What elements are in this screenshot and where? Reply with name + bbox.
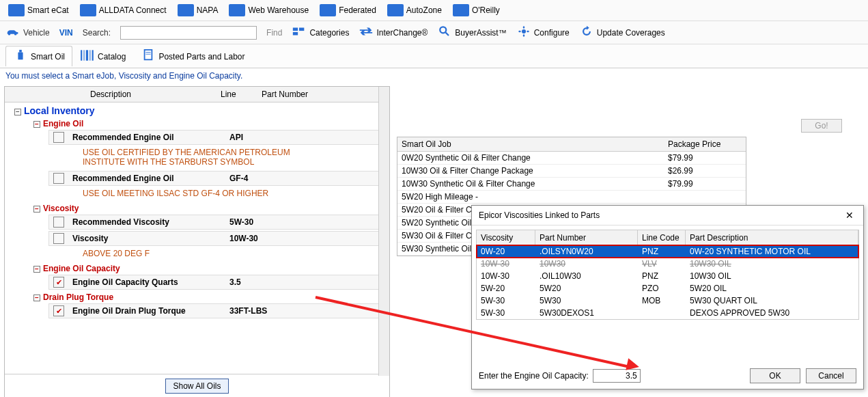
viscosity-row[interactable]: 5W-305W30MOB5W30 QUART OIL [477,295,858,307]
vehicle-label[interactable]: Vehicle [23,28,50,38]
svg-rect-2 [178,4,194,16]
alldata-icon [80,4,96,16]
update-coverages-button[interactable]: Update Coverages [579,25,665,40]
checkbox[interactable] [53,277,64,288]
gear-icon [516,25,531,40]
package-row[interactable]: 10W30 Synthetic Oil & Filter Change$79.9… [397,178,746,191]
spec-value: 3.5 [225,276,245,288]
spec-row[interactable]: Engine Oil Drain Plug Torque33FT-LBS [48,303,388,318]
vendor-link-alldata-connect[interactable]: ALLDATA Connect [77,3,169,18]
svg-rect-7 [293,28,298,31]
svg-rect-19 [92,50,94,60]
search-input[interactable] [120,26,257,40]
spec-note: USE OIL MEETING ILSAC STD GF-4 OR HIGHER [14,187,301,201]
cancel-button[interactable]: Cancel [806,368,856,383]
checkbox[interactable] [53,173,64,184]
oreilly-icon [453,4,469,16]
spec-value: 33FT-LBS [225,305,271,317]
collapse-icon[interactable]: − [33,121,40,128]
spec-row[interactable]: Viscosity10W-30 [48,231,388,246]
group-engine-oil: Engine Oil [43,119,83,128]
main-tabs: Smart Oil Catalog Posted Parts and Labor [0,44,868,68]
viscosity-row[interactable]: 10W-30.OIL10W30PNZ10W30 OIL [477,270,858,282]
package-row[interactable]: 10W30 Oil & Filter Change Package$26.99 [397,165,746,178]
spec-row[interactable]: Recommended Engine OilAPI [48,130,388,145]
local-inventory-header: Local Inventory [24,105,94,116]
cat-icon [8,4,25,16]
svg-rect-20 [145,50,152,59]
dialog-grid-headers: Viscosity Part Number Line Code Part Des… [477,230,858,245]
svg-line-11 [446,33,449,36]
tab-catalog[interactable]: Catalog [72,46,133,66]
instruction-text: You must select a Smart eJob, Viscosity … [0,68,868,83]
package-row[interactable]: 5W20 High Mileage - [397,191,746,204]
categories-button[interactable]: Categories [292,25,349,40]
spec-description: Engine Oil Capacity Quarts [68,276,225,288]
configure-button[interactable]: Configure [516,25,570,40]
collapse-icon[interactable]: − [33,266,40,273]
ok-button[interactable]: OK [750,368,800,383]
go-button[interactable]: Go! [801,119,842,133]
show-all-oils-button[interactable]: Show All Oils [165,379,228,394]
capacity-input[interactable] [593,369,641,383]
vendor-link-autozone[interactable]: AutoZone [384,3,445,18]
spec-description: Viscosity [68,232,225,245]
collapse-icon[interactable]: − [14,109,21,115]
checkbox[interactable] [53,132,64,143]
viscosity-row[interactable]: 10W-3010W30VLV10W30 OIL [477,258,858,270]
group-drain-plug-torque: Drain Plug Torque [43,292,113,302]
find-link[interactable]: Find [266,28,282,38]
swap-icon [359,25,374,40]
svg-rect-0 [8,4,25,16]
viscosity-row[interactable]: 0W-20.OILSYN0W20PNZ0W-20 SYNTHETIC MOTOR… [477,245,858,258]
group-engine-oil-capacity: Engine Oil Capacity [43,264,120,273]
interchange-button[interactable]: InterChange® [359,25,428,40]
vendor-link-o-reilly[interactable]: O'Reilly [450,3,503,18]
left-column-headers: Description Line Part Number [5,87,389,102]
warehouse-icon [229,4,245,16]
vendor-link-federated[interactable]: Federated [317,3,379,18]
buyerassist-button[interactable]: BuyerAssist™ [437,25,506,40]
svg-rect-16 [84,50,85,60]
checkbox[interactable] [53,305,64,316]
search-label: Search: [83,28,111,38]
document-icon [141,49,156,64]
svg-rect-17 [86,50,88,60]
scrollbar-vertical[interactable] [378,87,389,376]
capacity-label: Enter the Engine Oil Capacity: [479,371,589,381]
viscosity-row[interactable]: 5W-305W30DEXOS1DEXOS APPROVED 5W30 [477,307,858,319]
spec-value: 10W-30 [225,232,262,245]
vin-label[interactable]: VIN [59,28,73,38]
vendor-link-smart-ecat[interactable]: Smart eCat [5,3,72,18]
vendor-link-napa[interactable]: NAPA [175,3,221,18]
checkbox[interactable] [53,233,64,244]
svg-rect-14 [19,50,22,53]
tab-posted[interactable]: Posted Parts and Labor [133,46,252,66]
viscosity-row[interactable]: 5W-205W20PZO5W20 OIL [477,282,858,295]
spec-value: API [225,131,247,143]
car-icon [5,25,20,40]
checkbox[interactable] [53,217,64,228]
package-row[interactable]: 0W20 Synthetic Oil & Filter Change$79.99 [397,152,746,165]
svg-rect-3 [229,4,245,16]
collapse-icon[interactable]: − [33,295,40,301]
refresh-icon [579,25,594,40]
spec-description: Recommended Engine Oil [68,131,225,143]
close-icon[interactable]: ✕ [843,210,856,221]
autozone-icon [387,4,404,16]
group-viscosity: Viscosity [43,204,79,213]
collapse-icon[interactable]: − [33,206,40,213]
spec-note: ABOVE 20 DEG F [14,247,301,261]
spec-row[interactable]: Engine Oil Capacity Quarts3.5 [48,275,388,290]
spec-note: USE OIL CERTIFIED BY THE AMERICAN PETROL… [14,146,301,169]
tab-smart-oil[interactable]: Smart Oil [5,46,72,66]
spec-value: GF-4 [225,172,252,184]
dialog-title: Epicor Viscosities Linked to Parts [479,210,600,220]
categories-icon [292,25,307,40]
spec-row[interactable]: Recommended Viscosity5W-30 [48,215,388,230]
viscosities-dialog: Epicor Viscosities Linked to Parts ✕ Vis… [471,205,864,389]
svg-rect-15 [81,50,82,60]
napa-icon [178,4,194,16]
vendor-link-web-warehouse[interactable]: Web Warehouse [226,3,311,18]
spec-row[interactable]: Recommended Engine OilGF-4 [48,171,388,186]
